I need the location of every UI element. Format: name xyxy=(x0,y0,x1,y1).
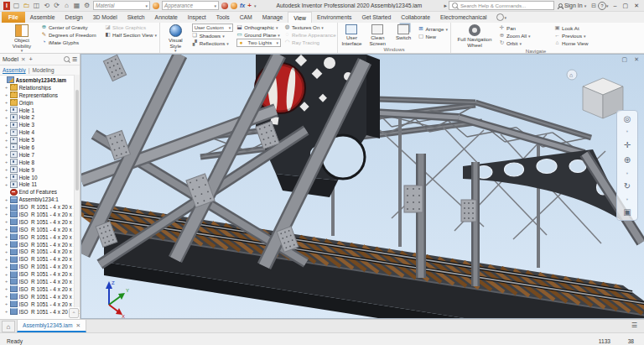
tree-item[interactable]: +ISO_R 1051 - 4 x 20 x 11:9 xyxy=(1,263,80,270)
ribbon-tab-inspect[interactable]: Inspect xyxy=(183,12,211,23)
nav-wheel-icon[interactable]: ◎ xyxy=(624,114,631,123)
user-interface-button[interactable]: User Interface xyxy=(340,24,363,46)
appearance-ball-icon[interactable] xyxy=(153,3,159,9)
ribbon-tab-cam[interactable]: CAM xyxy=(235,12,257,23)
tree-item[interactable]: +Hole 5 xyxy=(1,136,80,144)
browser-tab-close-icon[interactable]: ✕ xyxy=(21,56,25,63)
ray-tracing-button[interactable]: ◠Ray Tracing xyxy=(284,39,335,46)
object-visibility-button[interactable]: Object Visibility ▾ xyxy=(6,24,38,53)
ribbon-tab-sketch[interactable]: Sketch xyxy=(122,12,150,23)
ground-plane-button[interactable]: ▭Ground Plane▾ xyxy=(236,31,281,39)
tree-expander-icon[interactable]: + xyxy=(4,175,8,180)
tree-item[interactable]: +Hole 1 xyxy=(1,107,80,114)
open-file-icon[interactable]: 🗀 xyxy=(23,2,30,9)
chevron-down-icon[interactable]: ▾ xyxy=(505,15,507,20)
zoom-all-button[interactable]: ⊕Zoom All▾ xyxy=(499,32,551,39)
ribbon-tab-collaborate[interactable]: Collaborate xyxy=(396,12,435,23)
tree-item[interactable]: +Assembly1234:1 xyxy=(1,196,80,203)
tree-item[interactable]: End of Features xyxy=(1,188,80,196)
tree-expander-icon[interactable]: + xyxy=(4,182,8,187)
new-file-icon[interactable]: ▢ xyxy=(13,2,20,9)
parameters-fx-button[interactable]: fx xyxy=(240,3,245,8)
clear-appearance-icon[interactable] xyxy=(231,3,237,9)
ribbon-tab-design[interactable]: Design xyxy=(60,12,88,23)
tree-expander-icon[interactable]: + xyxy=(4,294,8,299)
tree-item[interactable]: +ISO_R 1051 - 4 x 20 x 11:10 xyxy=(1,270,80,278)
tree-expander-icon[interactable]: + xyxy=(4,286,8,291)
tree-expander-icon[interactable]: + xyxy=(4,123,8,128)
nav-look-at-icon[interactable]: ▣ xyxy=(623,207,631,217)
tree-expander-icon[interactable]: + xyxy=(4,138,8,143)
tree-expander-icon[interactable]: + xyxy=(4,309,8,314)
tree-expander-icon[interactable]: + xyxy=(4,100,8,105)
browser-search-icon[interactable] xyxy=(64,56,70,62)
half-section-view-button[interactable]: ◧Half Section View▾ xyxy=(105,31,157,39)
tree-item[interactable]: +ISO_R 1051 - 4 x 20 x 11:12 xyxy=(1,285,80,293)
home-tab-button[interactable]: ⌂ xyxy=(2,321,15,332)
ribbon-tab-electromechanical[interactable]: Electromechanical xyxy=(435,12,492,23)
viewport-close-icon[interactable]: ✕ xyxy=(634,56,639,63)
ribbon-tab-tools[interactable]: Tools xyxy=(211,12,235,23)
tree-expander-icon[interactable]: + xyxy=(4,159,8,165)
store-cart-icon[interactable]: ⊟ xyxy=(591,3,596,9)
tree-item[interactable]: +Hole 2 xyxy=(1,113,80,121)
visual-style-button[interactable]: Visual Style ▾ xyxy=(163,24,189,53)
tree-expander-icon[interactable]: + xyxy=(4,85,8,90)
tree-item[interactable]: +Hole 4 xyxy=(1,128,80,136)
tree-item[interactable]: +ISO_R 1051 - 4 x 20 x 11:11 xyxy=(1,278,80,285)
tree-expander-icon[interactable]: + xyxy=(4,219,8,224)
tree-item[interactable]: +ISO_R 1051 - 4 x 20 x 11:14 xyxy=(1,301,80,308)
arrange-button[interactable]: ⊞Arrange▾ xyxy=(418,25,448,33)
browser-menu-icon[interactable]: ☰ xyxy=(72,56,77,63)
degrees-of-freedom-button[interactable]: ✎Degrees of Freedom xyxy=(41,31,101,39)
tree-item[interactable]: +ISO_R 1051 - 4 x 20 x 11:3 xyxy=(1,218,80,226)
tree-item[interactable]: Assembly12345.iam xyxy=(1,76,80,84)
ribbon-tab-get-started[interactable]: Get Started xyxy=(356,12,396,23)
tree-expander-icon[interactable]: + xyxy=(4,205,8,210)
inventor-logo-icon[interactable]: I xyxy=(3,2,10,10)
tree-expander-icon[interactable]: + xyxy=(4,144,8,149)
tree-item[interactable]: +ISO_R 1051 - 4 x 20 x 11:4 xyxy=(1,226,80,233)
home-icon[interactable]: ⌂ xyxy=(63,2,70,9)
switch-windows-button[interactable]: Switch xyxy=(392,24,415,46)
browser-scrollbar[interactable] xyxy=(74,75,80,307)
reflections-button[interactable]: ▞Reflections▾ xyxy=(192,39,233,47)
save-icon[interactable]: ◫ xyxy=(33,2,40,9)
graphics-viewport[interactable]: Z Y X ⌂ ▢ ✕ ◎▾ ✛ ⊕▾ xyxy=(80,54,644,319)
tree-expander-icon[interactable]: + xyxy=(4,249,8,254)
tree-expander-icon[interactable]: + xyxy=(4,152,8,157)
refine-appearance-button[interactable]: ◌Refine Appearance xyxy=(284,31,335,39)
tree-expander-icon[interactable]: + xyxy=(4,115,8,120)
ribbon-tab-3d-model[interactable]: 3D Model xyxy=(88,12,122,23)
sketch-icon[interactable]: ▦ xyxy=(73,2,80,9)
nav-orbit-icon[interactable]: ↻ xyxy=(624,181,631,191)
help-dropdown-icon[interactable]: ▾ xyxy=(606,3,609,8)
tree-expander-icon[interactable]: + xyxy=(4,227,8,232)
user-custom-combo[interactable]: User Custom▾ xyxy=(192,24,233,32)
tree-expander-icon[interactable]: + xyxy=(4,242,8,247)
close-button[interactable]: ✕ xyxy=(634,3,639,9)
scroll-to-top-button[interactable]: ⌃ xyxy=(69,308,79,318)
tree-expander-icon[interactable]: + xyxy=(4,264,8,269)
tree-item[interactable]: +ISO_R 1051 - 4 x 20 x 11:1 xyxy=(1,203,80,211)
material-combo[interactable]: Material ▾ xyxy=(93,1,150,10)
tree-item[interactable]: +Hole 10 xyxy=(1,174,80,181)
tree-expander-icon[interactable]: + xyxy=(4,234,8,239)
windows-group-label[interactable]: Windows xyxy=(340,46,448,53)
adjust-icon[interactable] xyxy=(221,3,228,9)
tree-expander-icon[interactable]: + xyxy=(4,279,8,284)
center-of-gravity-button[interactable]: ⊕Center of Gravity xyxy=(41,24,101,31)
browser-scrollbar-thumb[interactable] xyxy=(75,90,79,191)
viewport-maximize-icon[interactable]: ▢ xyxy=(622,56,628,63)
collapse-search-icon[interactable]: ▸ xyxy=(444,3,447,9)
ribbon-tab-view[interactable]: View xyxy=(288,12,312,23)
tree-expander-icon[interactable]: + xyxy=(4,92,8,97)
maximize-button[interactable]: ▢ xyxy=(623,3,629,9)
tree-item[interactable]: +Relationships xyxy=(1,84,80,91)
tree-item[interactable]: +Hole 8 xyxy=(1,159,80,166)
redo-icon[interactable]: ⟳ xyxy=(53,2,60,9)
tree-item[interactable]: +ISO_R 1051 - 4 x 20 x 11:13 xyxy=(1,293,80,301)
add-browser-tab-button[interactable]: + xyxy=(29,55,33,63)
tree-item[interactable]: +Hole 6 xyxy=(1,144,80,151)
sign-in-button[interactable]: Sign In ▾ xyxy=(558,3,586,8)
